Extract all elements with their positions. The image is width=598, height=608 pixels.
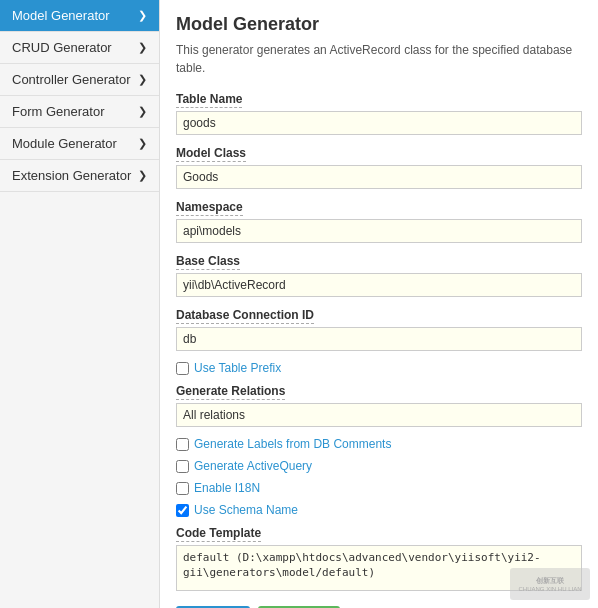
use-schema-name-row: Use Schema Name — [176, 503, 582, 517]
chevron-right-icon: ❯ — [138, 73, 147, 86]
generate-relations-input[interactable] — [176, 403, 582, 427]
chevron-right-icon: ❯ — [138, 169, 147, 182]
generate-relations-label: Generate Relations — [176, 384, 285, 400]
generate-labels-checkbox[interactable] — [176, 438, 189, 451]
base-class-input[interactable] — [176, 273, 582, 297]
chevron-right-icon: ❯ — [138, 9, 147, 22]
sidebar-item-label: Controller Generator — [12, 72, 131, 87]
namespace-label: Namespace — [176, 200, 243, 216]
sidebar-item-form-generator[interactable]: Form Generator ❯ — [0, 96, 159, 128]
chevron-right-icon: ❯ — [138, 41, 147, 54]
page-title: Model Generator — [176, 14, 582, 35]
enable-i18n-label: Enable I18N — [194, 481, 260, 495]
sidebar-item-label: Model Generator — [12, 8, 110, 23]
base-class-group: Base Class — [176, 253, 582, 297]
namespace-input[interactable] — [176, 219, 582, 243]
table-name-input[interactable] — [176, 111, 582, 135]
base-class-label: Base Class — [176, 254, 240, 270]
table-name-group: Table Name — [176, 91, 582, 135]
sidebar-item-controller-generator[interactable]: Controller Generator ❯ — [0, 64, 159, 96]
code-template-label: Code Template — [176, 526, 261, 542]
use-schema-name-label: Use Schema Name — [194, 503, 298, 517]
sidebar: Model Generator ❯ CRUD Generator ❯ Contr… — [0, 0, 160, 608]
use-table-prefix-label: Use Table Prefix — [194, 361, 281, 375]
sidebar-item-module-generator[interactable]: Module Generator ❯ — [0, 128, 159, 160]
generate-relations-group: Generate Relations — [176, 383, 582, 427]
model-class-label: Model Class — [176, 146, 246, 162]
sidebar-item-model-generator[interactable]: Model Generator ❯ — [0, 0, 159, 32]
chevron-right-icon: ❯ — [138, 105, 147, 118]
enable-i18n-checkbox[interactable] — [176, 482, 189, 495]
enable-i18n-row: Enable I18N — [176, 481, 582, 495]
sidebar-item-extension-generator[interactable]: Extension Generator ❯ — [0, 160, 159, 192]
generate-activequery-checkbox[interactable] — [176, 460, 189, 473]
use-schema-name-checkbox[interactable] — [176, 504, 189, 517]
db-connection-group: Database Connection ID — [176, 307, 582, 351]
watermark: 创新互联 CHUANG XIN HU LIAN — [510, 568, 590, 600]
sidebar-item-crud-generator[interactable]: CRUD Generator ❯ — [0, 32, 159, 64]
sidebar-item-label: Module Generator — [12, 136, 117, 151]
generate-activequery-label: Generate ActiveQuery — [194, 459, 312, 473]
sidebar-item-label: Extension Generator — [12, 168, 131, 183]
db-connection-input[interactable] — [176, 327, 582, 351]
sidebar-item-label: CRUD Generator — [12, 40, 112, 55]
page-description: This generator generates an ActiveRecord… — [176, 41, 582, 77]
generate-labels-row: Generate Labels from DB Comments — [176, 437, 582, 451]
table-name-label: Table Name — [176, 92, 242, 108]
sidebar-item-label: Form Generator — [12, 104, 104, 119]
model-class-input[interactable] — [176, 165, 582, 189]
main-content: Model Generator This generator generates… — [160, 0, 598, 608]
namespace-group: Namespace — [176, 199, 582, 243]
use-table-prefix-checkbox[interactable] — [176, 362, 189, 375]
generate-activequery-row: Generate ActiveQuery — [176, 459, 582, 473]
chevron-right-icon: ❯ — [138, 137, 147, 150]
db-connection-label: Database Connection ID — [176, 308, 314, 324]
model-class-group: Model Class — [176, 145, 582, 189]
use-table-prefix-row: Use Table Prefix — [176, 361, 582, 375]
generate-labels-label: Generate Labels from DB Comments — [194, 437, 391, 451]
